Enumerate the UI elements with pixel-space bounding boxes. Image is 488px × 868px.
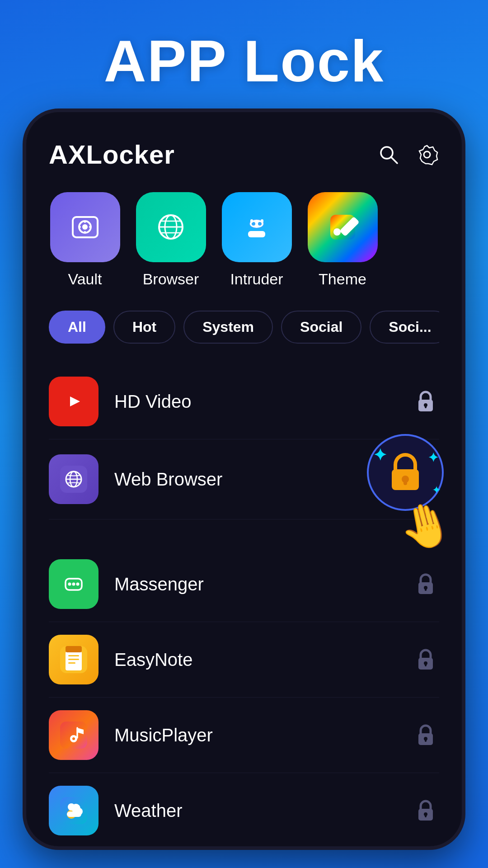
- easy-note-lock[interactable]: [412, 646, 439, 673]
- sparkle-right-bottom: ✦: [432, 484, 441, 496]
- header: AXLocker: [49, 139, 439, 170]
- music-player-lock[interactable]: [412, 722, 439, 749]
- feature-intruder[interactable]: Intruder: [221, 192, 293, 288]
- svg-rect-47: [66, 651, 82, 670]
- feature-browser[interactable]: Browser: [135, 192, 207, 288]
- app-title-section: APP Lock: [0, 0, 488, 118]
- search-icon[interactable]: [376, 142, 401, 167]
- weather-lock[interactable]: [412, 797, 439, 824]
- app-item-web-browser[interactable]: Web Browser ✦ ✦: [49, 439, 439, 519]
- svg-rect-66: [67, 811, 81, 817]
- app-item-weather[interactable]: Weather: [49, 773, 439, 846]
- messenger-icon: [49, 559, 99, 609]
- svg-point-6: [82, 224, 88, 230]
- easy-note-icon: [49, 635, 99, 684]
- feature-vault[interactable]: Vault: [49, 192, 121, 288]
- phone-content: AXLocker: [26, 112, 462, 846]
- weather-icon: [49, 786, 99, 835]
- svg-rect-37: [404, 479, 407, 485]
- web-browser-name: Web Browser: [114, 469, 349, 490]
- weather-name: Weather: [114, 801, 412, 821]
- app-item-easy-note[interactable]: EasyNote: [49, 622, 439, 698]
- filter-hot[interactable]: Hot: [113, 311, 175, 344]
- sparkle-right-top: ✦: [428, 450, 438, 465]
- easy-note-name: EasyNote: [114, 650, 412, 670]
- svg-point-25: [333, 228, 341, 236]
- active-lock-container[interactable]: ✦ ✦ ✦ 🤚: [349, 452, 439, 506]
- svg-rect-49: [68, 659, 79, 660]
- app-title: APP Lock: [0, 27, 488, 95]
- feature-theme[interactable]: Theme: [306, 192, 379, 288]
- svg-point-42: [76, 583, 80, 586]
- svg-rect-21: [250, 219, 253, 223]
- filter-system[interactable]: System: [183, 311, 273, 344]
- svg-rect-69: [425, 814, 427, 817]
- app-logo: AXLocker: [49, 139, 175, 170]
- header-icons: [376, 142, 439, 167]
- hd-video-name: HD Video: [114, 392, 412, 412]
- svg-point-41: [72, 583, 75, 586]
- svg-rect-60: [425, 739, 427, 742]
- filter-social2[interactable]: Soci...: [370, 311, 439, 344]
- app-list: HD Video: [49, 364, 439, 846]
- features-row: Vault Browser: [49, 192, 439, 288]
- settings-icon[interactable]: [414, 142, 439, 167]
- filter-social[interactable]: Social: [281, 311, 361, 344]
- filter-all[interactable]: All: [49, 311, 105, 344]
- svg-line-1: [391, 157, 397, 163]
- svg-point-3: [424, 151, 430, 158]
- svg-rect-51: [66, 646, 82, 652]
- intruder-label: Intruder: [230, 270, 283, 288]
- svg-rect-50: [68, 662, 75, 664]
- svg-point-19: [258, 222, 262, 226]
- svg-point-40: [68, 583, 71, 586]
- hd-video-lock[interactable]: [412, 388, 439, 415]
- music-player-name: MusicPlayer: [114, 725, 412, 745]
- music-player-icon: [49, 710, 99, 760]
- svg-rect-20: [248, 231, 265, 237]
- svg-rect-30: [425, 405, 427, 408]
- app-item-messenger[interactable]: Massenger: [49, 547, 439, 622]
- filter-tabs: All Hot System Social Soci...: [49, 311, 439, 344]
- svg-rect-22: [261, 219, 263, 223]
- browser-icon: [136, 192, 206, 262]
- intruder-icon: [222, 192, 292, 262]
- hd-video-icon: [49, 377, 99, 426]
- vault-label: Vault: [68, 270, 102, 288]
- svg-point-57: [72, 737, 75, 740]
- sparkle-left: ✦: [373, 446, 387, 465]
- svg-rect-54: [425, 663, 427, 666]
- messenger-name: Massenger: [114, 574, 412, 594]
- svg-rect-48: [68, 655, 79, 656]
- theme-icon: [308, 192, 378, 262]
- messenger-lock[interactable]: [412, 571, 439, 598]
- vault-icon: [50, 192, 120, 262]
- app-item-music-player[interactable]: MusicPlayer: [49, 698, 439, 773]
- web-browser-icon: [49, 454, 99, 504]
- phone-frame: AXLocker: [23, 108, 465, 850]
- svg-marker-2: [419, 146, 437, 165]
- theme-label: Theme: [319, 270, 366, 288]
- app-item-hd-video[interactable]: HD Video: [49, 364, 439, 439]
- svg-rect-45: [425, 588, 427, 591]
- browser-label: Browser: [143, 270, 199, 288]
